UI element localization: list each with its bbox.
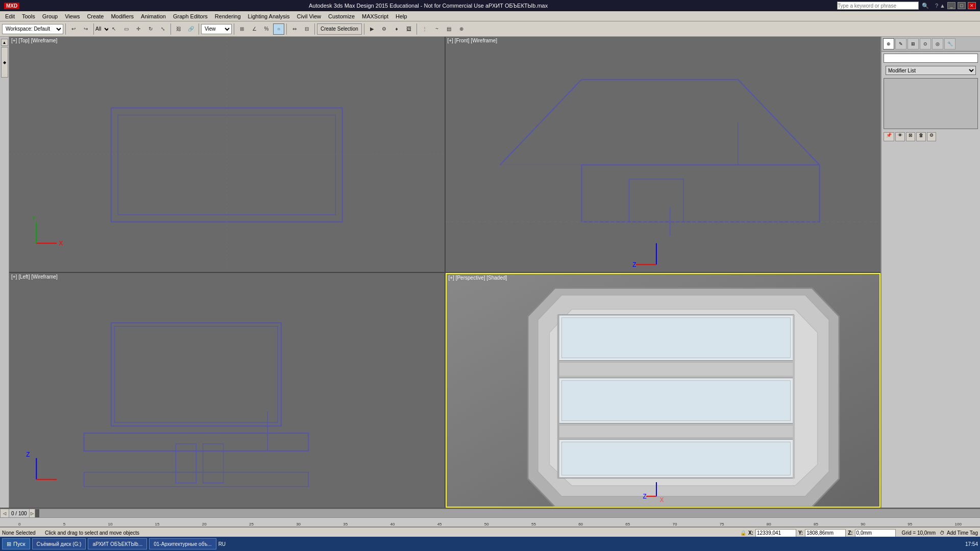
maximize-button[interactable]: □ (958, 2, 966, 9)
menu-rendering[interactable]: Rendering (212, 13, 244, 20)
stack-delete-btn[interactable]: 🗑 (916, 132, 926, 141)
menu-lighting[interactable]: Lighting Analysis (245, 13, 293, 20)
menu-help[interactable]: Help (393, 13, 410, 20)
y-coord-input[interactable] (806, 530, 844, 536)
viewport-left-content: Z (9, 273, 445, 508)
modifier-search-input[interactable] (884, 54, 978, 63)
svg-rect-11 (629, 179, 683, 222)
taskbar: ⊞ Пуск Съёмный диск (G:) аРХИТ ОБЪЕКТЫb.… (0, 537, 980, 551)
svg-line-8 (500, 80, 581, 165)
z-coord-field[interactable] (855, 529, 896, 537)
menu-tools[interactable]: Tools (19, 13, 38, 20)
panel-tab-modify[interactable]: ✎ (895, 38, 906, 49)
menu-create[interactable]: Create (84, 13, 107, 20)
schematic-btn[interactable]: ⋮ (419, 23, 430, 35)
taskbar-item-arch[interactable]: 01-Архитектурные объ... (149, 538, 216, 549)
layer-manager-btn[interactable]: ▤ (444, 23, 455, 35)
scale-btn[interactable]: ⤡ (157, 23, 168, 35)
close-button[interactable]: ✕ (968, 2, 976, 9)
view-select[interactable]: View (201, 24, 232, 34)
x-coord-label: X: (748, 530, 753, 536)
frame-display: 0 / 100 (9, 511, 29, 516)
left-bar-btn-1[interactable]: ▲ (1, 39, 8, 46)
timeline-thumb[interactable] (35, 509, 39, 517)
z-coord-input[interactable] (856, 530, 894, 536)
angle-snap-btn[interactable]: ∠ (249, 23, 260, 35)
separator-3 (170, 23, 171, 35)
viewports-container: [+] [Top] [Wireframe] X Y [ (9, 37, 880, 508)
svg-text:X: X (59, 240, 63, 247)
separator-7 (314, 23, 315, 35)
search-icon[interactable]: 🔍 (922, 3, 929, 9)
svg-text:Z: Z (632, 261, 636, 268)
modifier-stack (884, 78, 978, 129)
menu-modifiers[interactable]: Modifiers (108, 13, 137, 20)
title-controls: 🔍 ? ▲ _ □ ✕ (837, 2, 976, 10)
menu-customize[interactable]: Customize (325, 13, 358, 20)
viewport-front[interactable]: [+] [Front] [Wireframe] Z (446, 37, 881, 272)
unlink-btn[interactable]: 🔗 (185, 23, 197, 35)
menu-maxscript[interactable]: MAXScript (359, 13, 391, 20)
x-coord-field[interactable] (755, 529, 796, 537)
stack-unique-btn[interactable]: ⊠ (906, 132, 915, 141)
timeline-prev-arrow[interactable]: ◁ (0, 509, 9, 518)
percent-snap-btn[interactable]: % (261, 23, 272, 35)
viewport-left[interactable]: [+] [Left] [Wireframe] (9, 273, 445, 508)
move-btn[interactable]: ✛ (133, 23, 144, 35)
redo-btn[interactable]: ↪ (80, 23, 91, 35)
undo-btn[interactable]: ↩ (68, 23, 79, 35)
render-btn[interactable]: ▶ (366, 23, 378, 35)
timeline-track[interactable] (35, 509, 980, 517)
z-coord-label: Z: (848, 530, 852, 536)
menu-graph-editors[interactable]: Graph Editors (170, 13, 211, 20)
viewport-front-content: Z (446, 37, 881, 272)
viewport-perspective[interactable]: [+] [Perspective] [Shaded] (446, 273, 881, 508)
search-input[interactable] (837, 2, 919, 10)
timeline-next-arrow[interactable]: ▷ (29, 509, 35, 518)
extra-btn[interactable]: ⊕ (456, 23, 467, 35)
rotate-btn[interactable]: ↻ (145, 23, 156, 35)
time-tag-icon[interactable]: ⏱ (940, 530, 945, 536)
select-filter-btn[interactable]: All (96, 23, 107, 35)
mirror-btn[interactable]: ⇔ (289, 23, 300, 35)
curve-editor-btn[interactable]: ~ (431, 23, 443, 35)
menu-edit[interactable]: Edit (2, 13, 18, 20)
taskbar-item-drive[interactable]: Съёмный диск (G:) (32, 538, 86, 549)
svg-rect-21 (176, 443, 196, 483)
spinner-snap-btn[interactable]: ○ (273, 23, 284, 35)
stack-pin-btn[interactable]: 📌 (884, 132, 894, 141)
x-coord-input[interactable] (757, 530, 795, 536)
selection-status: None Selected (2, 530, 43, 536)
taskbar-item-max[interactable]: аРХИТ ОБЪЕКТЫb... (88, 538, 147, 549)
modifier-list-select[interactable]: Modifier List (886, 66, 976, 75)
stack-show-btn[interactable]: 👁 (895, 132, 905, 141)
select-btn[interactable]: ↖ (108, 23, 119, 35)
render-frame-btn[interactable]: 🖼 (403, 23, 414, 35)
minimize-button[interactable]: _ (947, 2, 955, 9)
menu-views[interactable]: Views (62, 13, 83, 20)
align-btn[interactable]: ⊟ (301, 23, 312, 35)
panel-tab-display[interactable]: ◎ (932, 38, 943, 49)
panel-tab-create[interactable]: ⊕ (883, 38, 894, 49)
y-coord-field[interactable] (805, 529, 846, 537)
panel-tab-hierarchy[interactable]: ⊞ (908, 38, 919, 49)
create-selection-button[interactable]: Create Selection (317, 23, 362, 35)
viewport-top[interactable]: [+] [Top] [Wireframe] X Y (9, 37, 445, 272)
right-panel: ⊕ ✎ ⊞ ⊙ ◎ 🔧 Modifier List (880, 37, 980, 508)
link-btn[interactable]: ⛓ (173, 23, 184, 35)
app-window: MXD Autodesk 3ds Max Design 2015 Educati… (0, 0, 980, 551)
material-editor-btn[interactable]: ♦ (391, 23, 402, 35)
render-setup-btn[interactable]: ⚙ (379, 23, 390, 35)
menu-group[interactable]: Group (39, 13, 61, 20)
add-time-tag-label[interactable]: Add Time Tag (947, 530, 978, 536)
menu-civil-view[interactable]: Civil View (294, 13, 324, 20)
stack-config-btn[interactable]: ⚙ (927, 132, 936, 141)
panel-tab-utilities[interactable]: 🔧 (944, 38, 955, 49)
menu-animation[interactable]: Animation (138, 13, 169, 20)
workspace-select[interactable]: Workspace: Default (2, 24, 63, 34)
left-bar-btn-2[interactable]: ◆ (1, 47, 8, 78)
select-region-btn[interactable]: ▭ (120, 23, 132, 35)
panel-tab-motion[interactable]: ⊙ (920, 38, 931, 49)
start-button[interactable]: ⊞ Пуск (2, 538, 30, 549)
snap-toggle-btn[interactable]: ⊞ (236, 23, 248, 35)
